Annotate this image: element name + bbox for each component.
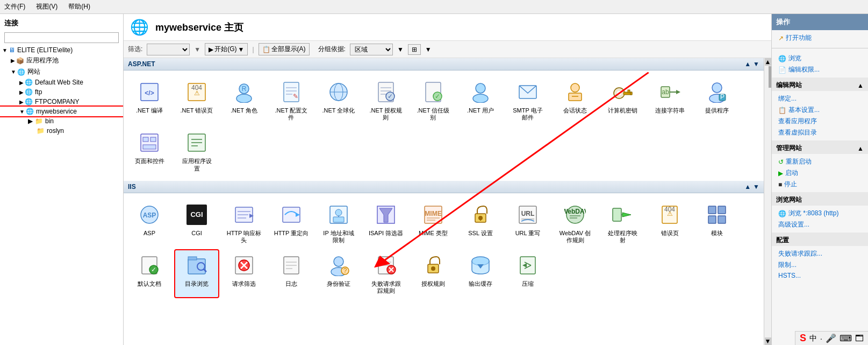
group-select[interactable]: 区域	[350, 44, 393, 55]
expand-apppool[interactable]: ▶	[11, 58, 15, 64]
feature-webdav[interactable]: WebDAV WebDAV 创作规则	[554, 200, 597, 246]
feature-ip-restrict[interactable]: IP 地址和域限制	[317, 200, 360, 246]
feature-log[interactable]: 日志	[270, 250, 313, 297]
taskbar-keyboard-icon[interactable]: ⌨	[840, 333, 852, 343]
taskbar-mic-icon[interactable]: 🎤	[826, 333, 836, 343]
feature-dotnet-compile[interactable]: </> .NET 编译	[128, 77, 171, 123]
advanced-settings-link[interactable]: 高级设置...	[776, 219, 864, 230]
view-btn[interactable]: ⊞	[408, 44, 421, 55]
compress-label: 压缩	[522, 280, 534, 287]
tree-item-ftp[interactable]: ▶ 🌐 ftp	[0, 87, 123, 97]
feature-default-doc[interactable]: ✓ 默认文档	[128, 250, 171, 297]
expand-bin[interactable]: ▶	[28, 117, 33, 125]
feature-ssl[interactable]: SSL 设置	[459, 200, 502, 246]
menu-help[interactable]: 帮助(H)	[66, 1, 92, 12]
failed-request-tracing-link[interactable]: 失败请求跟踪...	[776, 248, 864, 259]
tree-item-roslyn[interactable]: 📁 roslyn	[0, 126, 123, 136]
vertical-scrollbar[interactable]: ▲ ▼	[764, 58, 771, 345]
feature-pages-controls[interactable]: 页面和控件	[128, 128, 171, 174]
isapi-filter-label: ISAPI 筛选器	[369, 230, 403, 237]
start-link[interactable]: ▶ 启动	[776, 167, 864, 179]
open-feature-link[interactable]: ↗ 打开功能	[776, 32, 864, 44]
aspnet-collapse-up[interactable]: ▲	[744, 60, 751, 68]
show-all-btn[interactable]: 📋 全部显示(A)	[259, 43, 310, 55]
expand-sites[interactable]: ▼	[11, 69, 16, 75]
bind-link[interactable]: 绑定...	[776, 93, 864, 104]
feature-auth[interactable]: ? 身份验证	[317, 250, 360, 297]
tree-item-default-web[interactable]: ▶ 🌐 Default Web Site	[0, 78, 123, 87]
aspnet-collapse-down[interactable]: ▼	[753, 60, 759, 68]
restart-link[interactable]: ↺ 重新启动	[776, 156, 864, 167]
taskbar-chinese-icon: 中	[809, 334, 817, 343]
tree-item-sites[interactable]: ▼ 🌐 网站	[0, 66, 123, 78]
feature-asp[interactable]: ASP ASP	[128, 200, 171, 246]
tree-item-elite[interactable]: ▼ 🖥 ELITE (ELITE\elite)	[0, 45, 123, 55]
stop-link[interactable]: ■ 停止	[776, 179, 864, 190]
manage-site-collapse[interactable]: ▲	[857, 145, 864, 152]
start-dropdown-icon[interactable]: ▼	[238, 46, 245, 53]
feature-dotnet-auth[interactable]: ✓ .NET 授权规则	[364, 77, 407, 123]
expand-elite[interactable]: ▼	[2, 47, 8, 53]
ssl-icon	[468, 202, 493, 228]
menu-file[interactable]: 文件(F)	[2, 1, 27, 12]
start-btn[interactable]: ▶ 开始(G) ▼	[205, 43, 248, 55]
feature-authz-rules[interactable]: 授权规则	[412, 250, 455, 297]
feature-app-settings[interactable]: 应用程序设置	[175, 128, 218, 174]
feature-url-rewrite[interactable]: URL URL 重写	[506, 200, 549, 246]
feature-conn-string[interactable]: ab 连接字符串	[648, 77, 691, 123]
default-doc-icon: ✓	[137, 252, 162, 278]
limits-link[interactable]: 限制...	[776, 259, 864, 271]
scroll-down-btn[interactable]: ▼	[765, 337, 771, 345]
browse-link[interactable]: 🌐 浏览	[776, 53, 864, 64]
feature-dotnet-trust[interactable]: ✓ .NET 信任级别	[412, 77, 455, 123]
feature-provider[interactable]: P 提供程序	[695, 77, 738, 123]
feature-http-redirect[interactable]: HTTP 重定向	[270, 200, 313, 246]
tree-item-ftpcompany[interactable]: ▶ 🌐 FTPCOMPANY	[0, 97, 123, 107]
feature-http-response[interactable]: HTTP 响应标头	[223, 200, 266, 246]
basic-settings-link[interactable]: 📋 基本设置...	[776, 104, 864, 116]
scroll-up-btn[interactable]: ▲	[765, 58, 771, 66]
scroll-thumb[interactable]	[769, 66, 772, 88]
iis-collapse-up[interactable]: ▲	[744, 183, 751, 191]
sidebar: 连接 ▼ 🖥 ELITE (ELITE\elite) ▶ 📦 应用程序池 ▼ 🌐…	[0, 14, 124, 345]
tree-item-apppool[interactable]: ▶ 📦 应用程序池	[0, 55, 123, 66]
feature-modules[interactable]: 模块	[695, 200, 738, 246]
view-vdirs-link[interactable]: 查看虚拟目录	[776, 127, 864, 138]
feature-cgi[interactable]: CGI CGI	[175, 200, 218, 246]
expand-default-web[interactable]: ▶	[19, 80, 24, 86]
feature-mime-type[interactable]: MIME MIME 类型	[412, 200, 455, 246]
view-apps-link[interactable]: 查看应用程序	[776, 116, 864, 127]
feature-output-cache[interactable]: 输出缓存	[459, 250, 502, 297]
view-dropdown-icon[interactable]: ▼	[425, 46, 432, 53]
feature-failed-request[interactable]: 失败请求跟踪规则	[364, 250, 407, 297]
svg-point-118	[431, 266, 435, 271]
iis-collapse-down[interactable]: ▼	[753, 183, 759, 191]
feature-machine-key[interactable]: 计算机密钥	[601, 77, 644, 123]
feature-session[interactable]: 会话状态	[554, 77, 597, 123]
expand-ftpcompany[interactable]: ▶	[19, 99, 24, 105]
feature-dotnet-config[interactable]: ✎ .NET 配置文件	[270, 77, 313, 123]
browse-8083-link[interactable]: 🌐 浏览 *:8083 (http)	[776, 208, 864, 219]
edit-perms-link[interactable]: 📄 编辑权限...	[776, 64, 864, 75]
feature-request-filter[interactable]: 请求筛选	[223, 250, 266, 297]
feature-error-page[interactable]: ⚠404 错误页	[648, 200, 691, 246]
feature-dir-browse[interactable]: 目录浏览	[175, 250, 218, 297]
menu-view[interactable]: 视图(V)	[34, 1, 60, 12]
hsts-link[interactable]: HSTS...	[776, 271, 864, 280]
tree-item-mywebservice[interactable]: ▼ 🌐 mywebservice	[0, 107, 123, 116]
feature-smtp[interactable]: SMTP 电子邮件	[506, 77, 549, 123]
feature-dotnet-role[interactable]: R .NET 角色	[223, 77, 266, 123]
feature-compress[interactable]: 压缩	[506, 250, 549, 297]
tree-item-bin[interactable]: ▶ 📁 bin	[0, 116, 123, 126]
feature-dotnet-global[interactable]: .NET 全球化	[317, 77, 360, 123]
taskbar-display-icon[interactable]: 🗔	[855, 334, 864, 343]
feature-dotnet-error[interactable]: ⚠404 .NET 错误页	[175, 77, 218, 123]
expand-ftp[interactable]: ▶	[19, 89, 24, 95]
feature-handler-map[interactable]: 处理程序映射	[601, 200, 644, 246]
expand-mywebservice[interactable]: ▼	[19, 109, 25, 115]
feature-isapi-filter[interactable]: ISAPI 筛选器	[364, 200, 407, 246]
filter-select[interactable]	[147, 44, 190, 55]
feature-dotnet-user[interactable]: .NET 用户	[459, 77, 502, 123]
edit-site-collapse[interactable]: ▲	[857, 82, 864, 89]
sidebar-search-input[interactable]	[4, 32, 119, 43]
